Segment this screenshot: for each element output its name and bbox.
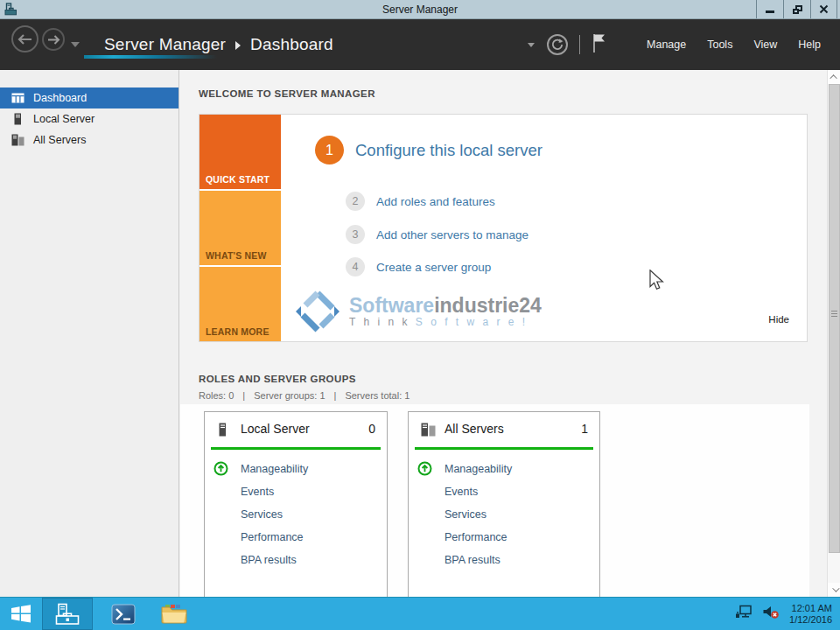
step-link[interactable]: Configure this local server [355,141,542,160]
volume-muted-icon[interactable] [762,605,780,623]
sidebar-item-local-server[interactable]: Local Server [0,108,178,130]
navbar: Server Manager Dashboard Manage Tools [0,19,840,70]
whats-new-block[interactable]: WHAT'S NEW [200,191,281,265]
server-manager-window: Server Manager [0,0,840,630]
vertical-scrollbar[interactable] [827,70,840,597]
server-groups-count: Server groups: 1 [254,390,325,401]
metric-label: Performance [444,531,508,543]
menu-view[interactable]: View [753,38,777,51]
taskbar: 12:01 AM 1/12/2016 [0,597,840,630]
step-link[interactable]: Add other servers to manage [376,228,528,242]
main-area: Dashboard Local Server All Servers [0,70,840,597]
block-label: QUICK START [206,174,270,185]
card-count-badge: 0 [368,422,375,436]
metric-manageability[interactable]: Manageability [409,458,599,480]
refresh-icon [551,38,564,51]
metric-performance[interactable]: Performance [205,526,387,549]
roles-heading: ROLES AND SERVER GROUPS [199,374,356,384]
watermark-tagline-software: S o f t w a r e ! [416,316,528,328]
start-button[interactable] [0,598,42,630]
step-number-badge: 1 [315,136,344,164]
block-label: WHAT'S NEW [206,250,267,261]
step-number-badge: 2 [346,192,365,211]
card-title[interactable]: Local Server [241,422,310,436]
breadcrumb-root[interactable]: Server Manager [104,35,226,54]
sidebar: Dashboard Local Server All Servers [0,70,179,597]
local-server-icon [217,423,228,441]
history-dropdown-icon[interactable] [71,42,80,47]
metric-label: Events [241,486,274,498]
flag-icon [592,32,606,53]
metric-manageability[interactable]: Manageability [205,458,387,480]
sidebar-item-label: Dashboard [33,92,87,104]
watermark: Softwareindustrie24 T h i n k S o f t w … [294,288,542,335]
step-number-badge: 3 [346,225,365,244]
step-create-group[interactable]: 4 Create a server group [346,257,491,276]
back-button[interactable] [11,25,38,52]
metric-bpa-results[interactable]: BPA results [409,549,599,571]
scrollbar-thumb[interactable] [829,84,840,553]
network-status-icon[interactable] [735,605,752,623]
step-link[interactable]: Create a server group [376,261,491,274]
watermark-brand-light: Software [349,294,434,317]
system-tray: 12:01 AM 1/12/2016 [735,598,840,630]
taskbar-powershell-button[interactable] [103,598,144,630]
dashboard-content: WELCOME TO SERVER MANAGER QUICK START WH… [180,70,809,597]
welcome-heading: WELCOME TO SERVER MANAGER [199,88,375,99]
taskbar-clock[interactable]: 12:01 AM 1/12/2016 [789,603,832,626]
breadcrumb-current[interactable]: Dashboard [250,35,333,54]
menu-help[interactable]: Help [798,38,821,51]
card-title[interactable]: All Servers [444,422,504,436]
metric-services[interactable]: Services [205,503,387,526]
hide-link[interactable]: Hide [768,314,789,325]
window-controls [756,0,837,18]
metric-performance[interactable]: Performance [409,526,599,549]
summary-separator: | [242,390,245,401]
step-add-roles[interactable]: 2 Add roles and features [346,192,495,211]
card-header[interactable]: Local Server 0 [205,412,387,447]
taskbar-server-manager-button[interactable] [42,598,93,630]
learn-more-block[interactable]: LEARN MORE [200,267,281,341]
dashboard-grid-icon [11,93,24,103]
metric-label: Events [444,486,478,498]
window-title: Server Manager [0,4,840,16]
scrollbar-grip-icon [831,311,837,317]
step-add-servers[interactable]: 3 Add other servers to manage [346,225,528,244]
softwareindustrie24-logo-icon [294,288,341,335]
menu-manage[interactable]: Manage [647,38,686,51]
up-arrow-status-icon [214,461,228,479]
taskbar-file-explorer-button[interactable] [152,598,196,630]
scroll-down-button[interactable] [828,583,840,597]
metric-events[interactable]: Events [409,480,599,503]
sidebar-item-all-servers[interactable]: All Servers [0,130,178,150]
close-button[interactable] [810,0,837,18]
quick-start-block[interactable]: QUICK START [200,115,281,189]
card-metric-list: Manageability Events Services Performanc… [205,458,387,571]
notifications-flag-button[interactable] [592,32,606,57]
sidebar-item-dashboard[interactable]: Dashboard [0,88,178,108]
watermark-text: Softwareindustrie24 T h i n k S o f t w … [349,295,542,329]
restore-icon [793,5,802,14]
restore-button[interactable] [783,0,810,18]
back-arrow-icon [18,34,32,45]
file-explorer-folder-icon [161,604,187,625]
forward-button[interactable] [42,28,65,51]
welcome-tile: QUICK START WHAT'S NEW LEARN MORE 1 Conf… [199,114,808,342]
metric-bpa-results[interactable]: BPA results [205,549,387,571]
status-bar-green [415,447,593,450]
powershell-icon [111,604,136,625]
menu-tools[interactable]: Tools [707,38,732,51]
refresh-button[interactable] [547,34,568,55]
minimize-button[interactable] [756,0,783,18]
chevron-down-icon [832,584,839,592]
metric-events[interactable]: Events [205,480,387,503]
all-servers-icon [421,423,436,441]
roles-summary: Roles: 0 | Server groups: 1 | Servers to… [199,390,410,401]
step-configure-local-server[interactable]: 1 Configure this local server [315,136,542,164]
card-header[interactable]: All Servers 1 [409,412,599,447]
metric-label: Services [444,508,486,521]
metric-services[interactable]: Services [409,503,599,526]
step-link[interactable]: Add roles and features [376,195,495,208]
scroll-up-button[interactable] [828,70,840,84]
scope-dropdown-icon[interactable] [528,43,535,47]
